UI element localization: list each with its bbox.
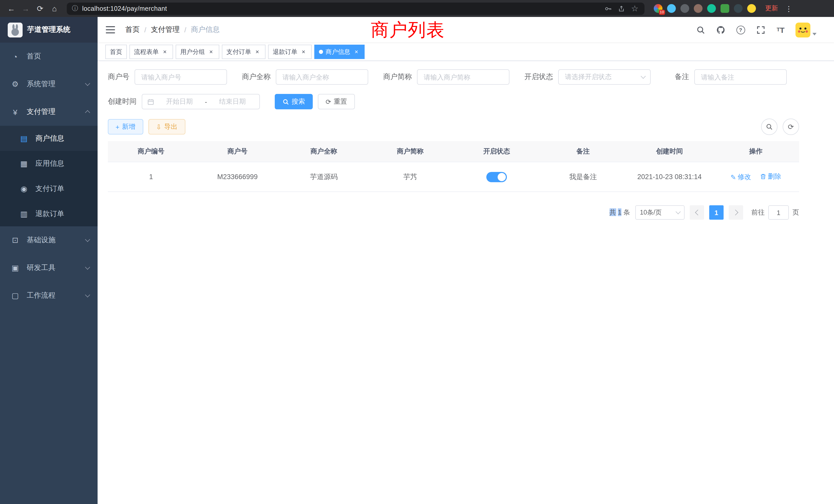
sidebar-item-home[interactable]: ◔ 首页 (0, 43, 97, 70)
page-number-button[interactable]: 1 (709, 205, 724, 220)
create-time-range-picker[interactable]: 开始日期 - 结束日期 (142, 94, 260, 109)
page-content: 商户号 商户全称 商户简称 开启状态 请选择开启状态 (97, 61, 834, 504)
delete-link[interactable]: 删除 (760, 172, 781, 181)
total-count: 共 1 条 (609, 208, 630, 217)
hide-search-button[interactable] (761, 118, 777, 135)
font-size-icon[interactable]: TT (775, 25, 786, 35)
next-page-button[interactable] (729, 205, 743, 220)
sidebar-item-infrastructure[interactable]: ⊡ 基础设施 (0, 226, 97, 254)
status-label: 开启状态 (524, 72, 553, 82)
hamburger-icon[interactable] (106, 24, 117, 36)
chevron-down-icon (812, 32, 816, 35)
extension-icon[interactable] (654, 4, 662, 13)
tab-home[interactable]: 首页 (105, 45, 127, 59)
browser-update-button[interactable]: 更新 (765, 4, 778, 13)
active-dot (319, 50, 323, 54)
sidebar-item-workflow[interactable]: ▢ 工作流程 (0, 282, 97, 310)
extension-icon[interactable] (667, 4, 676, 13)
sidebar-item-pay-order[interactable]: ◉ 支付订单 (0, 176, 97, 201)
address-bar[interactable]: ⓘ localhost:1024/pay/merchant ☆ (67, 2, 644, 15)
browser-home-icon[interactable]: ⌂ (48, 2, 61, 15)
col-remark: 备注 (540, 141, 627, 162)
full-name-input[interactable] (276, 69, 368, 85)
extension-icon[interactable] (707, 4, 716, 13)
navbar-actions: ? TT (695, 22, 816, 37)
extension-icon[interactable] (734, 4, 743, 13)
search-button[interactable]: 搜索 (275, 94, 313, 109)
edit-icon: ✎ (730, 174, 736, 181)
reset-button[interactable]: ⟳ 重置 (318, 94, 355, 109)
remark-input[interactable] (694, 69, 787, 85)
prev-page-button[interactable] (690, 205, 704, 220)
extension-icon[interactable] (721, 4, 729, 13)
browser-forward-icon[interactable]: → (20, 2, 32, 15)
chevron-right-icon (732, 210, 738, 215)
github-icon[interactable] (716, 25, 726, 35)
export-button[interactable]: ⇩ 导出 (148, 119, 185, 135)
extension-icon[interactable] (747, 4, 756, 13)
sidebar-item-system[interactable]: ⚙ 系统管理 (0, 70, 97, 98)
password-key-icon[interactable] (603, 4, 613, 13)
add-button[interactable]: + 新增 (108, 119, 143, 135)
merchant-no-input[interactable] (135, 69, 227, 85)
end-date-placeholder: 结束日期 (211, 97, 254, 106)
sidebar-menu: ◔ 首页 ⚙ 系统管理 ¥ 支付管理 ▤ 商户信息 (0, 43, 97, 504)
fullscreen-icon[interactable] (755, 25, 766, 35)
toggle-knob (498, 173, 506, 181)
chevron-up-icon (85, 110, 90, 115)
col-create-time: 创建时间 (626, 141, 713, 162)
goto-page-input[interactable] (768, 205, 789, 220)
logo-avatar (8, 22, 23, 37)
document-icon: ▥ (20, 209, 28, 219)
browser-menu-icon[interactable]: ⋮ (785, 4, 792, 13)
col-status: 开启状态 (454, 141, 540, 162)
tab-pay-order[interactable]: 支付订单× (222, 45, 265, 59)
bookmark-star-icon[interactable]: ☆ (630, 4, 639, 13)
top-navbar: 首页 / 支付管理 / 商户信息 ? (97, 17, 834, 43)
breadcrumb-home[interactable]: 首页 (125, 25, 140, 35)
logo[interactable]: 芋道管理系统 (0, 17, 97, 43)
col-merchant-id: 商户编号 (108, 141, 194, 162)
browser-back-icon[interactable]: ← (5, 2, 18, 15)
url-text[interactable]: localhost:1024/pay/merchant (82, 5, 599, 12)
edit-link[interactable]: ✎ 修改 (730, 173, 751, 182)
status-toggle[interactable] (486, 172, 507, 182)
sidebar-item-payment[interactable]: ¥ 支付管理 (0, 98, 97, 126)
extension-icon[interactable] (680, 4, 689, 13)
status-select[interactable]: 请选择开启状态 (558, 69, 651, 85)
tab-merchant-info[interactable]: 商户信息× (314, 45, 365, 59)
search-icon[interactable] (695, 25, 706, 35)
help-icon[interactable]: ? (736, 25, 746, 35)
refresh-button[interactable]: ⟳ (783, 118, 799, 135)
tab-user-group[interactable]: 用户分组× (176, 45, 219, 59)
close-icon[interactable]: × (161, 48, 169, 55)
cell-create-time: 2021-10-23 08:31:14 (626, 162, 713, 192)
close-icon[interactable]: × (254, 48, 261, 55)
grid-icon: ▦ (20, 159, 28, 168)
close-icon[interactable]: × (300, 48, 307, 55)
short-name-input[interactable] (417, 69, 509, 85)
close-icon[interactable]: × (207, 48, 215, 55)
tab-refund-order[interactable]: 退款订单× (268, 45, 312, 59)
breadcrumb-payment[interactable]: 支付管理 (151, 25, 180, 35)
site-info-icon[interactable]: ⓘ (72, 4, 78, 13)
close-icon[interactable]: × (353, 48, 360, 55)
table-header-row: 商户编号 商户号 商户全称 商户简称 开启状态 备注 创建时间 操作 (108, 141, 799, 162)
trash-icon (760, 174, 766, 180)
chevron-down-icon (85, 265, 90, 270)
cell-remark: 我是备注 (540, 162, 627, 192)
sidebar-item-merchant-info[interactable]: ▤ 商户信息 (0, 126, 97, 151)
extension-icon[interactable] (694, 4, 703, 13)
breadcrumb: 首页 / 支付管理 / 商户信息 (125, 25, 220, 35)
chevron-down-icon (85, 237, 90, 242)
user-avatar (795, 22, 810, 37)
sidebar-item-app-info[interactable]: ▦ 应用信息 (0, 151, 97, 176)
browser-reload-icon[interactable]: ⟳ (34, 2, 46, 15)
tab-process-form[interactable]: 流程表单× (129, 45, 173, 59)
col-full-name: 商户全称 (281, 141, 367, 162)
sidebar-item-refund-order[interactable]: ▥ 退款订单 (0, 201, 97, 226)
user-menu[interactable] (795, 22, 816, 37)
share-icon[interactable] (617, 4, 626, 13)
page-size-select[interactable]: 10条/页 (635, 205, 684, 220)
sidebar-item-dev-tools[interactable]: ▣ 研发工具 (0, 254, 97, 282)
